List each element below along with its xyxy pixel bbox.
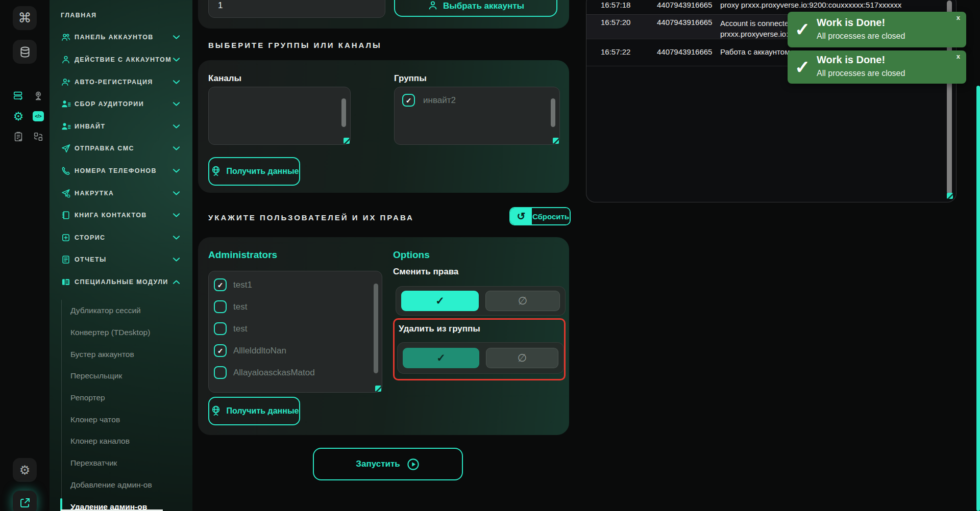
chevron-down-icon: [173, 191, 180, 196]
export-button[interactable]: [13, 491, 37, 511]
count-input[interactable]: 1: [208, 0, 385, 18]
submenu-item-channel-cloner[interactable]: Клонер каналов: [62, 430, 192, 452]
database-icon: [18, 45, 32, 59]
admin-checkbox[interactable]: ✓: [214, 278, 227, 291]
chevron-down-icon: [173, 257, 180, 262]
plane-plus-icon: [61, 188, 71, 198]
sidebar-item-invite[interactable]: ИНВАЙТ: [50, 115, 192, 138]
sidebar-item-label: ПАНЕЛЬ АККАУНТОВ: [75, 34, 154, 41]
admin-checkbox[interactable]: [214, 300, 227, 313]
groups-textarea[interactable]: ✓ инвайт2: [394, 87, 560, 145]
submenu-item-chat-cloner[interactable]: Клонер чатов: [62, 408, 192, 430]
slash-circle-icon: ∅: [518, 295, 527, 307]
admin-name: AllayaloasckasMatod: [233, 368, 315, 378]
admin-list-item[interactable]: ✓test1: [209, 274, 382, 296]
channels-resize-handle[interactable]: [344, 138, 350, 144]
remove-allow-button[interactable]: ✓: [403, 348, 479, 368]
sidebar-item-reports[interactable]: ОТЧЕТЫ: [50, 249, 192, 271]
sidebar-item-home[interactable]: ГЛАВНАЯ: [50, 4, 192, 27]
groups-resize-handle[interactable]: [553, 138, 559, 144]
submenu-item-add-admins[interactable]: Добавление админ-ов: [62, 474, 192, 496]
count-input-value: 1: [218, 1, 223, 11]
administrators-listbox[interactable]: ✓test1testtest✓AlllelddltoNanAllayaloasc…: [208, 271, 382, 393]
sidebar-item-audience-collection[interactable]: СБОР АУДИТОРИИ: [50, 93, 192, 115]
people-icon: [61, 32, 71, 42]
admin-list-item[interactable]: ✓AlllelddltoNan: [209, 340, 382, 362]
special-modules-submenu: Дубликатор сессийКонвертер (TDesktop)Бус…: [61, 300, 192, 511]
fetch-admins-button[interactable]: Получить данные: [208, 397, 300, 425]
change-rights-allow-button[interactable]: ✓: [401, 291, 479, 311]
submenu-item-tdesktop-converter[interactable]: Конвертер (TDesktop): [62, 322, 192, 344]
sidebar-item-label: СТОРИС: [75, 234, 106, 241]
remove-deny-button[interactable]: ∅: [486, 348, 558, 368]
channels-scrollbar[interactable]: [341, 98, 346, 127]
sidebar-item-account-action[interactable]: ДЕЙСТВИЕ С АККАУНТОМ: [50, 48, 192, 71]
admin-checkbox[interactable]: ✓: [214, 344, 227, 357]
submenu-item-interceptor[interactable]: Перехватчик: [62, 452, 192, 474]
admin-list-item[interactable]: test: [209, 296, 382, 318]
server-check-icon[interactable]: [13, 90, 24, 101]
command-icon: ⌘: [18, 10, 32, 26]
administrators-resize-handle[interactable]: [375, 386, 381, 392]
submenu-item-remove-admins[interactable]: Удаление админ-ов: [62, 496, 192, 511]
change-rights-toggle: ✓ ∅: [396, 286, 566, 316]
clipboard-check-icon[interactable]: [13, 131, 24, 142]
group-checkbox[interactable]: ✓: [402, 94, 415, 107]
sidebar-item-phone-numbers[interactable]: НОМЕРА ТЕЛЕФОНОВ: [50, 160, 192, 182]
sidebar-item-boosting[interactable]: НАКРУТКА: [50, 182, 192, 205]
sidebar-nav: ГЛАВНАЯПАНЕЛЬ АККАУНТОВДЕЙСТВИЕ С АККАУН…: [50, 0, 192, 511]
sidebar-item-auto-registration[interactable]: АВТО-РЕГИСТРАЦИЯ: [50, 71, 192, 93]
page-scrollbar[interactable]: [976, 86, 980, 511]
sidebar-item-contacts-book[interactable]: КНИГА КОНТАКТОВ: [50, 204, 192, 226]
toast-notification: ✓ Work is Done! All processes are closed…: [788, 12, 966, 47]
select-accounts-button[interactable]: Выбрать аккаунты: [394, 0, 557, 17]
log-account-id: 4407943916665: [657, 47, 712, 56]
admin-name: test: [233, 302, 247, 312]
admin-list-item[interactable]: test: [209, 318, 382, 340]
toast-close-icon[interactable]: x: [957, 53, 960, 60]
qr-transfer-icon[interactable]: [33, 131, 44, 142]
toast-close-icon[interactable]: x: [957, 14, 960, 21]
phone-icon: [61, 166, 71, 176]
reset-button[interactable]: ↺ Сбросить: [509, 207, 571, 225]
admin-checkbox[interactable]: [214, 366, 227, 379]
submenu-item-account-booster[interactable]: Бустер аккаунтов: [62, 343, 192, 365]
administrators-scrollbar[interactable]: [374, 284, 378, 373]
account-camera-icon[interactable]: [33, 90, 44, 101]
command-menu-button[interactable]: ⌘: [13, 6, 37, 30]
person-icon: [427, 0, 438, 11]
export-icon: [19, 497, 31, 509]
admin-list-item[interactable]: AllayaloasckasMatod: [209, 362, 382, 384]
code-window-icon[interactable]: </>: [33, 111, 44, 122]
sidebar-item-accounts-panel[interactable]: ПАНЕЛЬ АККАУНТОВ: [50, 27, 192, 49]
channels-textarea[interactable]: [208, 87, 351, 145]
chevron-down-icon: [173, 168, 180, 173]
group-list-item[interactable]: ✓ инвайт2: [402, 94, 456, 107]
log-resize-handle[interactable]: [947, 193, 953, 199]
toast-subtitle: All processes are closed: [817, 69, 905, 78]
database-button[interactable]: [13, 40, 37, 64]
sidebar-item-sms-sending[interactable]: ОТПРАВКА СМС: [50, 138, 192, 160]
submenu-item-session-duplicator[interactable]: Дубликатор сессий: [62, 300, 192, 322]
automation-gear-icon[interactable]: ⚙: [13, 111, 24, 122]
reset-icon: ↺: [517, 210, 526, 222]
change-rights-deny-button[interactable]: ∅: [485, 291, 560, 311]
sidebar-item-special-modules[interactable]: СПЕЦИАЛЬНЫЕ МОДУЛИ: [50, 271, 192, 293]
settings-button[interactable]: ⚙: [13, 458, 37, 482]
groups-scrollbar[interactable]: [551, 98, 555, 127]
submenu-item-reporter[interactable]: Репортер: [62, 387, 192, 409]
admin-checkbox[interactable]: [214, 322, 227, 335]
chevron-down-icon: [173, 101, 180, 107]
person-lines-icon: [61, 121, 71, 132]
chevron-up-icon: [173, 279, 180, 285]
submenu-item-forwarder[interactable]: Пересыльщик: [62, 365, 192, 387]
run-label: Запустить: [356, 459, 400, 469]
run-button[interactable]: Запустить: [313, 448, 463, 480]
fetch-groups-button[interactable]: Получить данные: [208, 157, 300, 186]
person-icon: [61, 55, 71, 65]
fetch-admins-label: Получить данные: [227, 406, 299, 416]
groups-label: Группы: [394, 73, 427, 84]
chevron-down-icon: [173, 213, 180, 218]
sidebar-item-stories[interactable]: СТОРИС: [50, 226, 192, 249]
channels-label: Каналы: [208, 73, 241, 84]
